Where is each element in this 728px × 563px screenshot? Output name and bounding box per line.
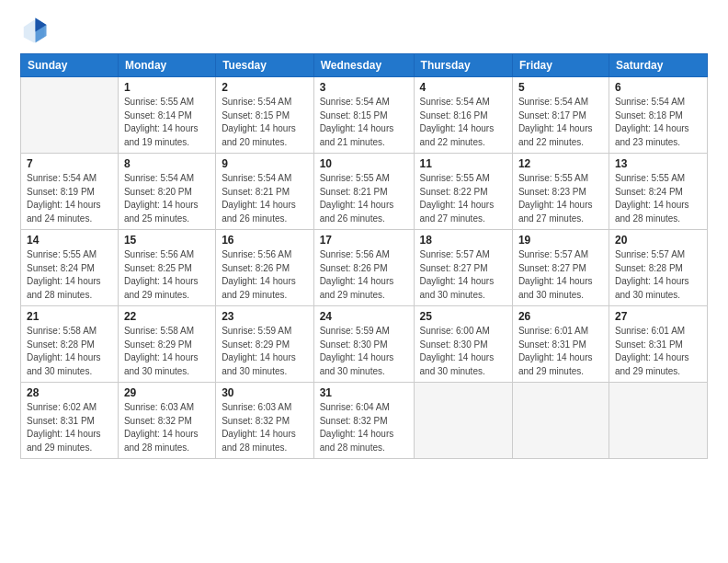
- day-number: 31: [320, 386, 408, 399]
- day-number: 28: [27, 386, 112, 399]
- day-info: Sunrise: 6:01 AM Sunset: 8:31 PM Dayligh…: [615, 325, 701, 378]
- day-number: 30: [222, 386, 308, 399]
- day-number: 22: [124, 310, 210, 323]
- calendar-cell: 29Sunrise: 6:03 AM Sunset: 8:32 PM Dayli…: [118, 383, 215, 459]
- day-info: Sunrise: 5:54 AM Sunset: 8:17 PM Dayligh…: [518, 96, 603, 149]
- day-number: 4: [420, 81, 506, 94]
- calendar-cell: 26Sunrise: 6:01 AM Sunset: 8:31 PM Dayli…: [512, 306, 609, 383]
- header: [20, 17, 708, 44]
- week-row-3: 21Sunrise: 5:58 AM Sunset: 8:28 PM Dayli…: [21, 306, 708, 383]
- weekday-header-tuesday: Tuesday: [216, 54, 314, 77]
- weekday-header-thursday: Thursday: [414, 54, 512, 77]
- day-number: 7: [27, 157, 112, 170]
- day-info: Sunrise: 5:56 AM Sunset: 8:26 PM Dayligh…: [320, 248, 408, 302]
- calendar-cell: 2Sunrise: 5:54 AM Sunset: 8:15 PM Daylig…: [216, 77, 314, 154]
- calendar-cell: 14Sunrise: 5:55 AM Sunset: 8:24 PM Dayli…: [21, 230, 119, 306]
- calendar-cell: [609, 383, 707, 459]
- day-number: 24: [320, 310, 408, 323]
- calendar-cell: 24Sunrise: 5:59 AM Sunset: 8:30 PM Dayli…: [313, 306, 414, 383]
- day-info: Sunrise: 5:55 AM Sunset: 8:22 PM Dayligh…: [420, 172, 506, 225]
- calendar-cell: 28Sunrise: 6:02 AM Sunset: 8:31 PM Dayli…: [21, 383, 119, 459]
- weekday-header-monday: Monday: [118, 54, 215, 77]
- day-number: 25: [420, 310, 506, 323]
- weekday-header-friday: Friday: [512, 54, 609, 77]
- calendar-cell: 21Sunrise: 5:58 AM Sunset: 8:28 PM Dayli…: [21, 306, 119, 383]
- calendar-cell: 18Sunrise: 5:57 AM Sunset: 8:27 PM Dayli…: [414, 230, 512, 306]
- calendar-cell: 23Sunrise: 5:59 AM Sunset: 8:29 PM Dayli…: [216, 306, 314, 383]
- day-info: Sunrise: 5:57 AM Sunset: 8:28 PM Dayligh…: [615, 248, 701, 302]
- day-info: Sunrise: 5:55 AM Sunset: 8:21 PM Dayligh…: [320, 172, 408, 225]
- day-number: 16: [222, 234, 308, 247]
- day-info: Sunrise: 5:54 AM Sunset: 8:15 PM Dayligh…: [222, 96, 308, 149]
- day-number: 23: [222, 310, 308, 323]
- day-info: Sunrise: 5:54 AM Sunset: 8:18 PM Dayligh…: [615, 96, 701, 149]
- calendar-cell: 13Sunrise: 5:55 AM Sunset: 8:24 PM Dayli…: [609, 154, 707, 230]
- day-info: Sunrise: 5:59 AM Sunset: 8:29 PM Dayligh…: [222, 325, 308, 378]
- calendar-cell: 8Sunrise: 5:54 AM Sunset: 8:20 PM Daylig…: [118, 154, 215, 230]
- day-info: Sunrise: 5:59 AM Sunset: 8:30 PM Dayligh…: [320, 325, 408, 378]
- weekday-header-saturday: Saturday: [609, 54, 707, 77]
- day-number: 26: [518, 310, 603, 323]
- calendar-cell: 19Sunrise: 5:57 AM Sunset: 8:27 PM Dayli…: [512, 230, 609, 306]
- day-number: 20: [615, 234, 701, 247]
- week-row-0: 1Sunrise: 5:55 AM Sunset: 8:14 PM Daylig…: [21, 77, 708, 154]
- calendar-cell: 6Sunrise: 5:54 AM Sunset: 8:18 PM Daylig…: [609, 77, 707, 154]
- day-info: Sunrise: 5:55 AM Sunset: 8:14 PM Dayligh…: [124, 96, 210, 149]
- calendar-cell: 12Sunrise: 5:55 AM Sunset: 8:23 PM Dayli…: [512, 154, 609, 230]
- calendar-cell: 4Sunrise: 5:54 AM Sunset: 8:16 PM Daylig…: [414, 77, 512, 154]
- calendar-cell: 3Sunrise: 5:54 AM Sunset: 8:15 PM Daylig…: [313, 77, 414, 154]
- day-number: 29: [124, 386, 210, 399]
- day-info: Sunrise: 6:03 AM Sunset: 8:32 PM Dayligh…: [222, 401, 308, 454]
- day-info: Sunrise: 5:57 AM Sunset: 8:27 PM Dayligh…: [518, 248, 603, 302]
- page: SundayMondayTuesdayWednesdayThursdayFrid…: [0, 0, 728, 563]
- day-info: Sunrise: 5:55 AM Sunset: 8:24 PM Dayligh…: [27, 248, 112, 302]
- day-info: Sunrise: 5:54 AM Sunset: 8:21 PM Dayligh…: [222, 172, 308, 225]
- weekday-header-row: SundayMondayTuesdayWednesdayThursdayFrid…: [21, 54, 708, 77]
- day-info: Sunrise: 5:54 AM Sunset: 8:20 PM Dayligh…: [124, 172, 210, 225]
- day-info: Sunrise: 5:56 AM Sunset: 8:26 PM Dayligh…: [222, 248, 308, 302]
- day-info: Sunrise: 5:54 AM Sunset: 8:15 PM Dayligh…: [320, 96, 408, 149]
- logo: [20, 17, 51, 44]
- day-info: Sunrise: 5:58 AM Sunset: 8:29 PM Dayligh…: [124, 325, 210, 378]
- day-number: 12: [518, 157, 603, 170]
- calendar-cell: 27Sunrise: 6:01 AM Sunset: 8:31 PM Dayli…: [609, 306, 707, 383]
- logo-icon: [20, 17, 48, 44]
- calendar-table: SundayMondayTuesdayWednesdayThursdayFrid…: [20, 53, 708, 459]
- weekday-header-wednesday: Wednesday: [313, 54, 414, 77]
- calendar-cell: [512, 383, 609, 459]
- day-number: 9: [222, 157, 308, 170]
- day-info: Sunrise: 6:02 AM Sunset: 8:31 PM Dayligh…: [27, 401, 112, 454]
- day-info: Sunrise: 5:55 AM Sunset: 8:24 PM Dayligh…: [615, 172, 701, 225]
- calendar-cell: 17Sunrise: 5:56 AM Sunset: 8:26 PM Dayli…: [313, 230, 414, 306]
- day-info: Sunrise: 5:54 AM Sunset: 8:19 PM Dayligh…: [27, 172, 112, 225]
- week-row-1: 7Sunrise: 5:54 AM Sunset: 8:19 PM Daylig…: [21, 154, 708, 230]
- day-number: 15: [124, 234, 210, 247]
- day-number: 6: [615, 81, 701, 94]
- calendar-cell: 7Sunrise: 5:54 AM Sunset: 8:19 PM Daylig…: [21, 154, 119, 230]
- day-number: 5: [518, 81, 603, 94]
- day-info: Sunrise: 6:00 AM Sunset: 8:30 PM Dayligh…: [420, 325, 506, 378]
- day-info: Sunrise: 5:57 AM Sunset: 8:27 PM Dayligh…: [420, 248, 506, 302]
- day-info: Sunrise: 5:56 AM Sunset: 8:25 PM Dayligh…: [124, 248, 210, 302]
- week-row-4: 28Sunrise: 6:02 AM Sunset: 8:31 PM Dayli…: [21, 383, 708, 459]
- day-info: Sunrise: 5:54 AM Sunset: 8:16 PM Dayligh…: [420, 96, 506, 149]
- day-number: 13: [615, 157, 701, 170]
- calendar-cell: 5Sunrise: 5:54 AM Sunset: 8:17 PM Daylig…: [512, 77, 609, 154]
- day-number: 14: [27, 234, 112, 247]
- day-info: Sunrise: 5:58 AM Sunset: 8:28 PM Dayligh…: [27, 325, 112, 378]
- day-number: 8: [124, 157, 210, 170]
- calendar-cell: [21, 77, 119, 154]
- day-info: Sunrise: 6:04 AM Sunset: 8:32 PM Dayligh…: [320, 401, 408, 454]
- day-number: 3: [320, 81, 408, 94]
- weekday-header-sunday: Sunday: [21, 54, 119, 77]
- day-number: 21: [27, 310, 112, 323]
- calendar-cell: 20Sunrise: 5:57 AM Sunset: 8:28 PM Dayli…: [609, 230, 707, 306]
- calendar-cell: 15Sunrise: 5:56 AM Sunset: 8:25 PM Dayli…: [118, 230, 215, 306]
- day-number: 17: [320, 234, 408, 247]
- day-info: Sunrise: 6:01 AM Sunset: 8:31 PM Dayligh…: [518, 325, 603, 378]
- calendar-cell: 9Sunrise: 5:54 AM Sunset: 8:21 PM Daylig…: [216, 154, 314, 230]
- calendar-cell: 31Sunrise: 6:04 AM Sunset: 8:32 PM Dayli…: [313, 383, 414, 459]
- calendar-cell: 16Sunrise: 5:56 AM Sunset: 8:26 PM Dayli…: [216, 230, 314, 306]
- day-number: 10: [320, 157, 408, 170]
- day-number: 11: [420, 157, 506, 170]
